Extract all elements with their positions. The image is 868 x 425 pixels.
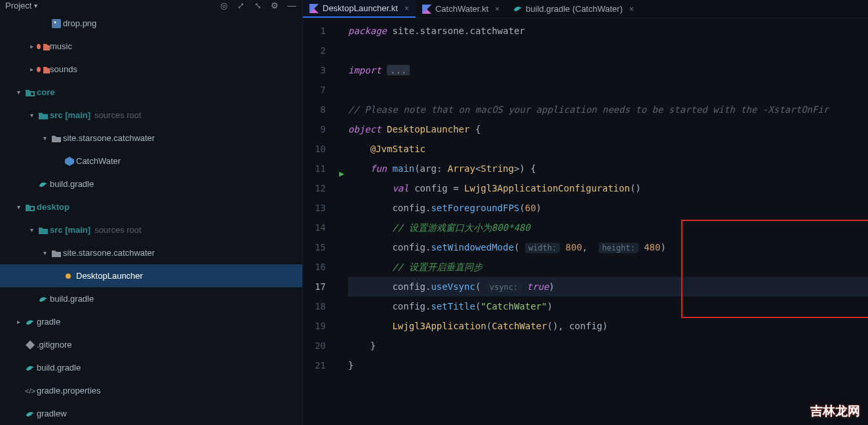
svg-rect-2 — [31, 92, 33, 95]
tree-aux: sources root — [94, 225, 142, 235]
class-sel-icon — [63, 271, 76, 281]
close-icon[interactable]: × — [495, 5, 500, 14]
expand-icon[interactable]: ⤢ — [235, 0, 246, 10]
code-line[interactable] — [348, 80, 868, 100]
code-line[interactable]: // 设置游戏窗口大小为800*480 — [348, 218, 868, 237]
svg-point-1 — [54, 21, 56, 23]
code-line[interactable]: import ... — [348, 60, 868, 80]
tree-label: music — [50, 41, 72, 51]
tree-label: desktop — [37, 202, 69, 212]
gradle-d-icon — [24, 318, 37, 326]
collapse-icon[interactable]: ⤡ — [252, 0, 263, 10]
tree-item[interactable]: build.gradle — [0, 356, 302, 379]
tree-item[interactable]: ▾ site.starsone.catchwater — [0, 241, 302, 264]
kt-icon — [422, 5, 431, 14]
editor-tabs: DesktopLauncher.kt × CatchWater.kt × bui… — [303, 0, 868, 18]
tree-label: gradlew — [37, 409, 67, 418]
svg-rect-3 — [31, 207, 33, 210]
chevron-icon: ▾ — [26, 111, 37, 119]
kt-icon — [309, 4, 319, 13]
pkg-icon — [50, 134, 63, 142]
code-line[interactable]: package site.starsone.catchwater — [348, 21, 868, 41]
tree-label: core — [37, 87, 54, 97]
code-line[interactable]: // Please note that on macOS your applic… — [348, 100, 868, 119]
tree-item[interactable]: build.gradle — [0, 287, 302, 310]
code-line[interactable]: Lwjgl3Application(CatchWater(), config) — [348, 316, 868, 336]
src-icon — [37, 111, 50, 119]
line-number: 18 — [303, 296, 332, 316]
run-gutter-icon[interactable]: ▶ — [339, 164, 344, 184]
tree-label: src [main] — [50, 110, 90, 120]
code-line[interactable]: config.setWindowedMode( width: 800, heig… — [348, 237, 868, 257]
gradle-icon — [513, 5, 522, 14]
code-line[interactable]: } — [348, 336, 868, 355]
code-line[interactable]: @JvmStatic — [348, 139, 868, 159]
tree-item[interactable]: ▾ core — [0, 81, 302, 104]
close-icon[interactable]: × — [629, 5, 634, 14]
git-icon — [24, 340, 37, 350]
code-line[interactable]: val config = Lwjgl3ApplicationConfigurat… — [348, 178, 868, 198]
tree-item[interactable]: gradlew — [0, 402, 302, 425]
tab-label: DesktopLauncher.kt — [323, 3, 398, 13]
line-number: 20 — [303, 336, 332, 355]
svg-rect-0 — [52, 19, 61, 28]
folder-orange-icon — [37, 64, 50, 74]
hide-icon[interactable]: — — [286, 0, 297, 10]
code-line[interactable]: // 设置开启垂直同步 — [348, 257, 868, 277]
code-line[interactable] — [348, 41, 868, 60]
gutter: 1237891011▶121314151617💡18192021 — [303, 18, 332, 425]
project-title: Project — [5, 1, 31, 10]
line-number: 8 — [303, 100, 332, 119]
code-line[interactable]: } — [348, 355, 868, 375]
chevron-icon: ▾ — [13, 203, 24, 211]
tree-label: site.starsone.catchwater — [63, 248, 155, 258]
img-icon — [50, 19, 63, 28]
code-line[interactable]: fun main(arg: Array<String>) { — [348, 159, 868, 178]
tree-item[interactable]: CatchWater — [0, 150, 302, 172]
settings-icon[interactable]: ⚙ — [269, 0, 280, 10]
tree-item[interactable]: drop.png — [0, 12, 302, 35]
tree-label: DesktopLauncher — [76, 271, 143, 281]
close-icon[interactable]: × — [404, 4, 409, 13]
line-number: 7 — [303, 80, 332, 100]
tree-item[interactable]: ▾ desktop — [0, 195, 302, 218]
tree-item[interactable]: ▾ site.starsone.catchwater — [0, 127, 302, 150]
line-number: 16 — [303, 257, 332, 277]
project-sidebar: Project ▾ ◎ ⤢ ⤡ ⚙ — drop.png ▸ music ▸ s… — [0, 0, 303, 425]
tree-item[interactable]: .gitignore — [0, 333, 302, 356]
tab-label: CatchWater.kt — [435, 4, 488, 14]
folder-orange-icon — [37, 41, 50, 51]
code-line[interactable]: config.useVsync( vsync: true) — [348, 277, 868, 296]
chevron-icon: ▾ — [39, 134, 50, 142]
tree-label: site.starsone.catchwater — [63, 133, 155, 143]
tree-item[interactable]: ▾ src [main] sources root — [0, 104, 302, 127]
tree-item[interactable]: ▸ music — [0, 35, 302, 58]
project-header[interactable]: Project ▾ ◎ ⤢ ⤡ ⚙ — — [0, 0, 302, 10]
line-number: 17💡 — [303, 277, 332, 296]
tree-label: build.gradle — [37, 363, 81, 373]
tree-item[interactable]: build.gradle — [0, 172, 302, 195]
editor-tab[interactable]: build.gradle (CatchWater) × — [506, 0, 641, 18]
code-line[interactable]: object DesktopLauncher { — [348, 119, 868, 139]
line-number: 3 — [303, 60, 332, 80]
editor-tab[interactable]: CatchWater.kt × — [416, 0, 506, 18]
editor-tab[interactable]: DesktopLauncher.kt × — [303, 0, 416, 18]
target-icon[interactable]: ◎ — [218, 0, 229, 10]
pkg-icon — [50, 249, 63, 257]
chevron-icon: ▸ — [26, 43, 37, 50]
module-icon — [24, 203, 37, 211]
tree-item[interactable]: DesktopLauncher — [0, 264, 302, 287]
tree-item[interactable]: </> gradle.properties — [0, 379, 302, 402]
tree-item[interactable]: ▸ sounds — [0, 58, 302, 81]
code-editor[interactable]: 1237891011▶121314151617💡18192021 package… — [303, 18, 868, 425]
tree-label: .gitignore — [37, 340, 71, 350]
tree-item[interactable]: ▸ gradle — [0, 310, 302, 333]
tree-item[interactable]: ▾ src [main] sources root — [0, 218, 302, 241]
line-number: 2 — [303, 41, 332, 60]
line-number: 14 — [303, 218, 332, 237]
code-line[interactable]: config.setForegroundFPS(60) — [348, 198, 868, 218]
src-icon — [37, 226, 50, 234]
tree-label: src [main] — [50, 225, 90, 235]
class-icon — [63, 157, 76, 166]
code-line[interactable]: config.setTitle("CatchWater") — [348, 296, 868, 316]
